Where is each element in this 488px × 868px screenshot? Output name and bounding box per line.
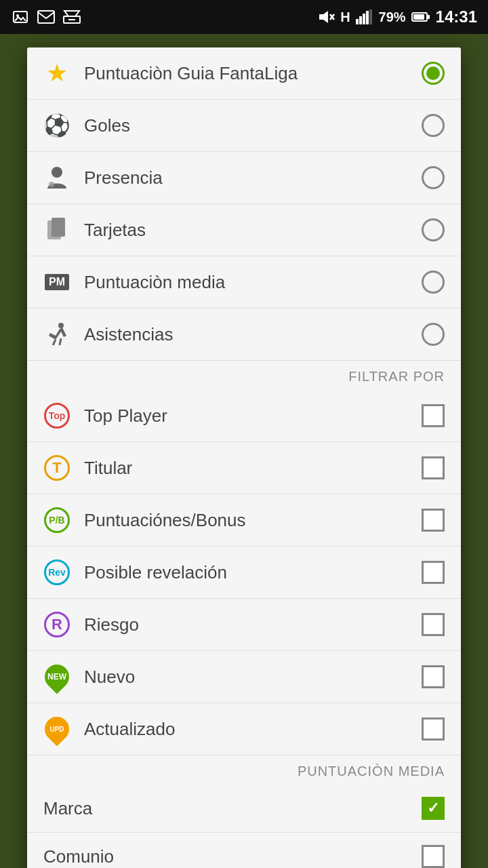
filter-item-nuevo[interactable]: NEW Nuevo bbox=[27, 651, 461, 703]
pm-icon-container: PM bbox=[43, 269, 70, 296]
top-player-icon: Top bbox=[44, 403, 70, 429]
checkbox-actualizado[interactable] bbox=[422, 717, 445, 741]
svg-point-16 bbox=[52, 167, 62, 178]
filter-label-riesgo: Riesgo bbox=[84, 614, 422, 635]
pb-icon-container: P/B bbox=[43, 507, 70, 534]
svg-rect-19 bbox=[52, 218, 65, 237]
checkbox-top-player[interactable] bbox=[422, 404, 445, 427]
filter-divider: FILTRAR POR bbox=[27, 360, 461, 390]
checkmark-marca: ✓ bbox=[427, 800, 439, 817]
battery-text: 79% bbox=[379, 9, 406, 25]
svg-rect-15 bbox=[428, 15, 430, 19]
sort-label-puntuacion-guia: Puntuaciòn Guia FantaLiga bbox=[84, 63, 422, 84]
soccer-icon: ⚽ bbox=[43, 113, 70, 138]
run-icon-container bbox=[43, 321, 70, 348]
updated-badge: UPD bbox=[40, 712, 75, 747]
sort-item-puntuacion-guia[interactable]: ★ Puntuaciòn Guia FantaLiga bbox=[27, 47, 461, 100]
filter-item-actualizado[interactable]: UPD Actualizado bbox=[27, 703, 461, 755]
sort-item-presencia[interactable]: Presencia bbox=[27, 152, 461, 204]
battery-icon bbox=[411, 12, 430, 22]
person-icon bbox=[46, 165, 68, 190]
updated-badge-container: UPD bbox=[43, 715, 70, 743]
r-icon: R bbox=[44, 612, 70, 637]
sort-label-goles: Goles bbox=[84, 115, 422, 136]
svg-rect-9 bbox=[359, 16, 362, 24]
svg-point-20 bbox=[58, 323, 64, 328]
checkbox-riesgo[interactable] bbox=[422, 613, 445, 636]
inbox-icon bbox=[62, 7, 81, 26]
pm-badge: PM bbox=[45, 274, 69, 290]
dialog-overlay: ★ Puntuaciòn Guia FantaLiga ⚽ Goles bbox=[0, 34, 488, 868]
filter-label-puntuaciones-bonus: Puntuaciónes/Bonus bbox=[84, 510, 422, 531]
person-icon-container bbox=[43, 164, 70, 191]
pb-icon: P/B bbox=[44, 507, 70, 533]
radio-puntuacion-media[interactable] bbox=[422, 271, 445, 294]
filter-label-posible-revelacion: Posible revelación bbox=[84, 562, 422, 583]
r-icon-container: R bbox=[43, 611, 70, 638]
media-label-comunio: Comunio bbox=[43, 846, 422, 867]
checkbox-titular[interactable] bbox=[422, 456, 445, 479]
new-badge-container: NEW bbox=[43, 663, 70, 690]
media-section: Marca ✓ Comunio bbox=[27, 785, 461, 868]
filter-label-titular: Titular bbox=[84, 458, 422, 479]
filter-section: Top Top Player T Titular P/B Puntuacióne… bbox=[27, 390, 461, 755]
radio-inner-selected bbox=[426, 66, 440, 80]
signal-icon bbox=[356, 9, 373, 24]
checkbox-comunio[interactable] bbox=[422, 845, 445, 868]
checkbox-puntuaciones-bonus[interactable] bbox=[422, 509, 445, 532]
sort-item-asistencias[interactable]: Asistencias bbox=[27, 309, 461, 360]
svg-rect-12 bbox=[369, 9, 372, 24]
checkbox-posible-revelacion[interactable] bbox=[422, 561, 445, 584]
top-player-icon-container: Top bbox=[43, 402, 70, 429]
titular-icon: T bbox=[44, 455, 70, 481]
filter-item-top-player[interactable]: Top Top Player bbox=[27, 390, 461, 442]
filter-item-posible-revelacion[interactable]: Rev Posible revelación bbox=[27, 547, 461, 599]
radio-asistencias[interactable] bbox=[422, 323, 445, 346]
filter-item-titular[interactable]: T Titular bbox=[27, 442, 461, 494]
radio-goles[interactable] bbox=[422, 114, 445, 137]
svg-rect-8 bbox=[356, 19, 359, 24]
gallery-icon bbox=[11, 7, 30, 26]
svg-rect-10 bbox=[363, 14, 365, 24]
status-time: 14:31 bbox=[436, 7, 477, 26]
filter-item-puntuaciones-bonus[interactable]: P/B Puntuaciónes/Bonus bbox=[27, 494, 461, 547]
status-bar: H 79% 14:31 bbox=[0, 0, 488, 34]
filter-item-riesgo[interactable]: R Riesgo bbox=[27, 599, 461, 651]
svg-point-17 bbox=[49, 182, 54, 187]
filter-label-nuevo: Nuevo bbox=[84, 667, 422, 688]
media-divider: PUNTUACIÒN MEDIA bbox=[27, 755, 461, 785]
rev-icon: Rev bbox=[44, 559, 70, 585]
sort-label-tarjetas: Tarjetas bbox=[84, 220, 422, 241]
checkbox-marca[interactable]: ✓ bbox=[422, 797, 445, 820]
titular-icon-container: T bbox=[43, 454, 70, 481]
filter-label-top-player: Top Player bbox=[84, 406, 422, 427]
sort-label-presencia: Presencia bbox=[84, 167, 422, 189]
radio-puntuacion-guia[interactable] bbox=[422, 62, 445, 85]
gmail-icon bbox=[37, 7, 56, 26]
svg-marker-5 bbox=[319, 11, 328, 23]
radio-presencia[interactable] bbox=[422, 166, 445, 189]
status-left-icons bbox=[11, 7, 81, 26]
filter-dialog: ★ Puntuaciòn Guia FantaLiga ⚽ Goles bbox=[27, 47, 461, 868]
run-icon bbox=[46, 322, 68, 347]
network-h-icon: H bbox=[340, 9, 350, 25]
status-right-icons: H 79% 14:31 bbox=[317, 7, 477, 26]
svg-rect-2 bbox=[38, 11, 54, 23]
filter-label-actualizado: Actualizado bbox=[84, 719, 422, 740]
media-item-marca[interactable]: Marca ✓ bbox=[27, 785, 461, 833]
checkbox-nuevo[interactable] bbox=[422, 665, 445, 688]
media-item-comunio[interactable]: Comunio bbox=[27, 833, 461, 868]
svg-rect-14 bbox=[413, 14, 424, 20]
cards-icon bbox=[46, 218, 68, 242]
mute-icon bbox=[317, 8, 335, 26]
sort-item-tarjetas[interactable]: Tarjetas bbox=[27, 204, 461, 256]
sort-item-goles[interactable]: ⚽ Goles bbox=[27, 100, 461, 152]
sort-label-asistencias: Asistencias bbox=[84, 324, 422, 345]
media-label-marca: Marca bbox=[43, 798, 422, 819]
radio-tarjetas[interactable] bbox=[422, 218, 445, 241]
sort-item-puntuacion-media[interactable]: PM Puntuaciòn media bbox=[27, 256, 461, 309]
star-icon-container: ★ bbox=[43, 60, 70, 87]
sort-section: ★ Puntuaciòn Guia FantaLiga ⚽ Goles bbox=[27, 47, 461, 360]
sort-label-puntuacion-media: Puntuaciòn media bbox=[84, 272, 422, 293]
cards-icon-container bbox=[43, 216, 70, 243]
